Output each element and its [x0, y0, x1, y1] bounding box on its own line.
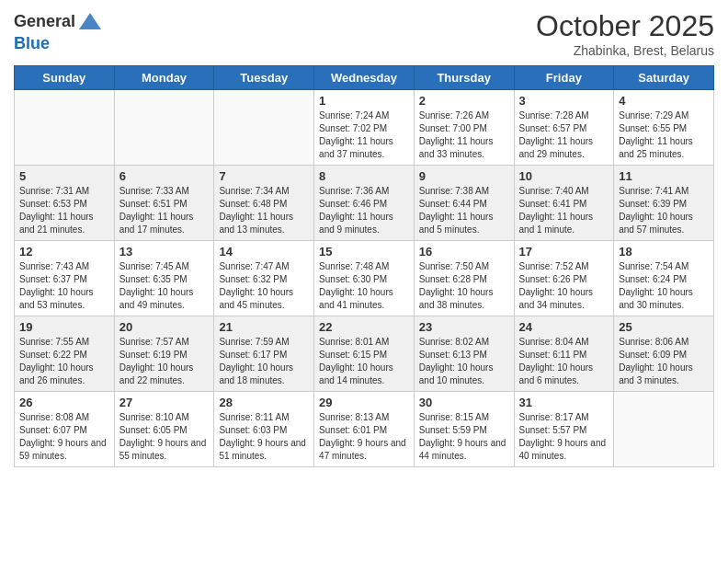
table-row: 29Sunrise: 8:13 AM Sunset: 6:01 PM Dayli… [314, 392, 415, 467]
day-number: 27 [119, 396, 210, 409]
table-row: 25Sunrise: 8:06 AM Sunset: 6:09 PM Dayli… [614, 316, 714, 392]
table-row: 5Sunrise: 7:31 AM Sunset: 6:53 PM Daylig… [15, 166, 115, 241]
logo-general: General [14, 13, 75, 31]
day-info: Sunrise: 8:11 AM Sunset: 6:03 PM Dayligh… [219, 411, 309, 463]
day-info: Sunrise: 8:08 AM Sunset: 6:07 PM Dayligh… [19, 411, 109, 463]
table-row [214, 90, 314, 166]
table-row: 8Sunrise: 7:36 AM Sunset: 6:46 PM Daylig… [314, 166, 415, 241]
day-info: Sunrise: 8:06 AM Sunset: 6:09 PM Dayligh… [619, 336, 709, 387]
day-info: Sunrise: 8:13 AM Sunset: 6:01 PM Dayligh… [319, 411, 409, 463]
day-number: 30 [419, 396, 509, 409]
logo: General Blue [14, 9, 103, 53]
table-row: 21Sunrise: 7:59 AM Sunset: 6:17 PM Dayli… [214, 316, 314, 392]
day-info: Sunrise: 8:01 AM Sunset: 6:15 PM Dayligh… [319, 336, 409, 387]
day-info: Sunrise: 7:54 AM Sunset: 6:24 PM Dayligh… [619, 260, 709, 312]
day-info: Sunrise: 7:40 AM Sunset: 6:41 PM Dayligh… [519, 185, 609, 236]
day-info: Sunrise: 7:34 AM Sunset: 6:48 PM Dayligh… [219, 185, 309, 236]
day-info: Sunrise: 7:50 AM Sunset: 6:28 PM Dayligh… [419, 260, 509, 312]
day-number: 4 [619, 94, 709, 108]
day-number: 20 [119, 320, 210, 334]
table-row: 9Sunrise: 7:38 AM Sunset: 6:44 PM Daylig… [414, 166, 514, 241]
day-number: 9 [419, 169, 509, 183]
table-row: 30Sunrise: 8:15 AM Sunset: 5:59 PM Dayli… [414, 392, 514, 467]
day-number: 21 [219, 320, 309, 334]
col-monday: Monday [114, 66, 214, 90]
table-row: 11Sunrise: 7:41 AM Sunset: 6:39 PM Dayli… [614, 166, 714, 241]
day-info: Sunrise: 8:04 AM Sunset: 6:11 PM Dayligh… [519, 336, 609, 387]
day-number: 15 [319, 245, 409, 259]
table-row: 4Sunrise: 7:29 AM Sunset: 6:55 PM Daylig… [614, 90, 714, 166]
day-number: 12 [19, 245, 109, 259]
day-info: Sunrise: 7:52 AM Sunset: 6:26 PM Dayligh… [519, 260, 609, 312]
day-info: Sunrise: 7:48 AM Sunset: 6:30 PM Dayligh… [319, 260, 409, 312]
day-number: 17 [519, 245, 609, 259]
col-tuesday: Tuesday [214, 66, 314, 90]
table-row: 20Sunrise: 7:57 AM Sunset: 6:19 PM Dayli… [114, 316, 214, 392]
day-info: Sunrise: 7:36 AM Sunset: 6:46 PM Dayligh… [319, 185, 409, 236]
day-info: Sunrise: 7:28 AM Sunset: 6:57 PM Dayligh… [519, 109, 609, 161]
day-number: 10 [519, 169, 609, 183]
day-number: 25 [619, 320, 709, 334]
day-info: Sunrise: 7:33 AM Sunset: 6:51 PM Dayligh… [119, 185, 210, 236]
col-saturday: Saturday [614, 66, 714, 90]
header: General Blue October 2025 Zhabinka, Bres… [14, 9, 714, 58]
day-number: 22 [319, 320, 409, 334]
calendar: Sunday Monday Tuesday Wednesday Thursday… [14, 65, 714, 467]
col-wednesday: Wednesday [314, 66, 415, 90]
day-info: Sunrise: 7:57 AM Sunset: 6:19 PM Dayligh… [119, 336, 210, 387]
table-row: 31Sunrise: 8:17 AM Sunset: 5:57 PM Dayli… [514, 392, 614, 467]
day-info: Sunrise: 8:02 AM Sunset: 6:13 PM Dayligh… [419, 336, 509, 387]
day-number: 11 [619, 169, 709, 183]
day-info: Sunrise: 7:55 AM Sunset: 6:22 PM Dayligh… [19, 336, 109, 387]
day-number: 28 [219, 396, 309, 409]
day-number: 19 [19, 320, 109, 334]
calendar-week-4: 19Sunrise: 7:55 AM Sunset: 6:22 PM Dayli… [15, 316, 714, 392]
table-row: 16Sunrise: 7:50 AM Sunset: 6:28 PM Dayli… [414, 241, 514, 316]
month-title: October 2025 [536, 9, 714, 43]
table-row: 12Sunrise: 7:43 AM Sunset: 6:37 PM Dayli… [15, 241, 115, 316]
logo-blue: Blue [14, 34, 50, 52]
table-row: 28Sunrise: 8:11 AM Sunset: 6:03 PM Dayli… [214, 392, 314, 467]
table-row: 1Sunrise: 7:24 AM Sunset: 7:02 PM Daylig… [314, 90, 415, 166]
day-number: 23 [419, 320, 509, 334]
table-row [614, 392, 714, 467]
table-row: 6Sunrise: 7:33 AM Sunset: 6:51 PM Daylig… [114, 166, 214, 241]
day-info: Sunrise: 7:43 AM Sunset: 6:37 PM Dayligh… [19, 260, 109, 312]
table-row: 23Sunrise: 8:02 AM Sunset: 6:13 PM Dayli… [414, 316, 514, 392]
day-number: 7 [219, 169, 309, 183]
day-info: Sunrise: 8:17 AM Sunset: 5:57 PM Dayligh… [519, 411, 609, 463]
table-row: 18Sunrise: 7:54 AM Sunset: 6:24 PM Dayli… [614, 241, 714, 316]
svg-marker-0 [79, 13, 101, 29]
day-number: 8 [319, 169, 409, 183]
table-row: 14Sunrise: 7:47 AM Sunset: 6:32 PM Dayli… [214, 241, 314, 316]
day-number: 2 [419, 94, 509, 108]
col-friday: Friday [514, 66, 614, 90]
day-info: Sunrise: 7:31 AM Sunset: 6:53 PM Dayligh… [19, 185, 109, 236]
location: Zhabinka, Brest, Belarus [536, 43, 714, 58]
day-number: 6 [119, 169, 210, 183]
day-number: 16 [419, 245, 509, 259]
table-row: 13Sunrise: 7:45 AM Sunset: 6:35 PM Dayli… [114, 241, 214, 316]
page: General Blue October 2025 Zhabinka, Bres… [0, 0, 728, 563]
table-row: 15Sunrise: 7:48 AM Sunset: 6:30 PM Dayli… [314, 241, 415, 316]
day-info: Sunrise: 7:41 AM Sunset: 6:39 PM Dayligh… [619, 185, 709, 236]
calendar-week-1: 1Sunrise: 7:24 AM Sunset: 7:02 PM Daylig… [15, 90, 714, 166]
col-thursday: Thursday [414, 66, 514, 90]
title-area: October 2025 Zhabinka, Brest, Belarus [536, 9, 714, 58]
day-info: Sunrise: 7:26 AM Sunset: 7:00 PM Dayligh… [419, 109, 509, 161]
col-sunday: Sunday [15, 66, 115, 90]
day-info: Sunrise: 7:47 AM Sunset: 6:32 PM Dayligh… [219, 260, 309, 312]
table-row: 26Sunrise: 8:08 AM Sunset: 6:07 PM Dayli… [15, 392, 115, 467]
day-number: 3 [519, 94, 609, 108]
table-row: 19Sunrise: 7:55 AM Sunset: 6:22 PM Dayli… [15, 316, 115, 392]
table-row: 3Sunrise: 7:28 AM Sunset: 6:57 PM Daylig… [514, 90, 614, 166]
table-row: 7Sunrise: 7:34 AM Sunset: 6:48 PM Daylig… [214, 166, 314, 241]
day-info: Sunrise: 7:24 AM Sunset: 7:02 PM Dayligh… [319, 109, 409, 161]
table-row: 10Sunrise: 7:40 AM Sunset: 6:41 PM Dayli… [514, 166, 614, 241]
table-row: 17Sunrise: 7:52 AM Sunset: 6:26 PM Dayli… [514, 241, 614, 316]
day-info: Sunrise: 8:15 AM Sunset: 5:59 PM Dayligh… [419, 411, 509, 463]
day-info: Sunrise: 7:38 AM Sunset: 6:44 PM Dayligh… [419, 185, 509, 236]
day-number: 31 [519, 396, 609, 409]
day-info: Sunrise: 7:29 AM Sunset: 6:55 PM Dayligh… [619, 109, 709, 161]
day-info: Sunrise: 7:59 AM Sunset: 6:17 PM Dayligh… [219, 336, 309, 387]
